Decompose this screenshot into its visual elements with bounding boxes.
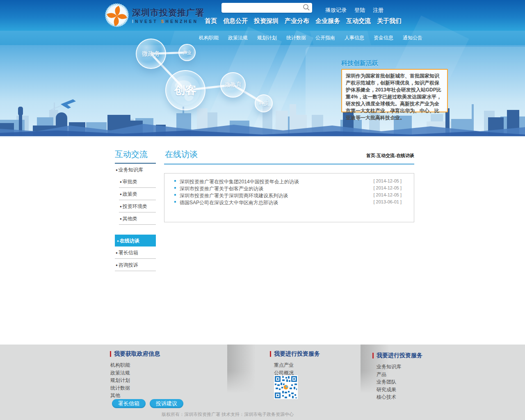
nav-about-us[interactable]: 关于我们 [377, 17, 402, 25]
bubble-label: 科技 [259, 100, 269, 107]
logo-text: 深圳市投资推广署 INVEST SHENZHEN [132, 7, 204, 24]
search-icon [303, 4, 310, 11]
article-title[interactable]: 深圳投资推广署在投中集团2014中国投资年会上的访谈 [180, 178, 299, 185]
search-button[interactable] [302, 4, 311, 12]
bubble-micro-edu: 微教育 [220, 72, 246, 98]
subtitle-part: S [161, 19, 165, 24]
sidebar-item-label: 投资环境类 [123, 203, 147, 209]
copyright-text: 版权所有：深圳市投资推广署 技术支持：深圳市电子政务资源中心 [0, 411, 455, 418]
account-links: 播放记录 登陆 注册 [325, 7, 383, 14]
bubble-tech: 科技 [255, 94, 273, 112]
register-link[interactable]: 注册 [373, 7, 383, 14]
article-title[interactable]: 深圳市投资推广署关于创客产业的访谈 [180, 185, 263, 192]
bullet-icon: ● [117, 239, 119, 243]
site-footer: 我要获取政府信息 机构职能 政策法规 规划计划 统计数据 其他 我要进行投资服务… [0, 345, 525, 420]
nav-invest-shenzhen[interactable]: 投资深圳 [254, 17, 278, 25]
play-history-link[interactable]: 播放记录 [325, 7, 347, 14]
nav-interaction[interactable]: 互动交流 [346, 17, 371, 25]
article-date: 2014-12-05 [373, 185, 402, 190]
hero-card-body: 深圳作为国家首批创新城市、首批国家知识产权示范城市，创新环境优良，知识产权保护体… [346, 73, 441, 121]
sidebar-item-policy[interactable]: ●政策类 [119, 188, 156, 200]
bullet-icon: ● [116, 251, 118, 255]
article-row[interactable]: 深圳投资推广署在投中集团2014中国投资年会上的访谈 2014-12-05 [173, 178, 406, 185]
bullet-icon: ● [120, 180, 122, 184]
footer-col-invest-services: 我要进行投资服务 重点产业 公司概况 [270, 350, 320, 377]
footer-col-title: 我要进行投资服务 [274, 350, 320, 358]
footer-col-header: 我要获取政府信息 [110, 350, 160, 358]
bullet-icon: ● [120, 205, 122, 208]
footer-col-header: 我要进行投资服务 [372, 352, 422, 359]
nav-info-disclosure[interactable]: 信息公开 [223, 17, 248, 25]
director-mailbox-button[interactable]: 署长信箱 [112, 399, 146, 408]
sidebar-item-invest-env[interactable]: ●投资环境类 [119, 200, 156, 212]
subtitle-part: NVEST [135, 19, 161, 24]
content-area: 互动交流 ●业务知识库 ●审批类 ●政策类 ●投资环境类 ●其他类 ●在线访谈 … [0, 137, 525, 345]
footer-link-products[interactable]: 产品 [377, 371, 422, 379]
sidebar-item-approval[interactable]: ●审批类 [119, 176, 156, 188]
footer-link-others[interactable]: 其他 [110, 392, 160, 399]
bubble-maker: 创客 [165, 70, 205, 110]
footer-col-gov-info: 我要获取政府信息 机构职能 政策法规 规划计划 统计数据 其他 [110, 350, 160, 399]
footer-link-knowledge-base[interactable]: 业务知识库 [377, 363, 422, 371]
hero-banner: 微政务 产业 创客 微教育 科技 科技创新活跃 深圳作为国家首批创新城市、首批国… [0, 45, 525, 137]
footer-link-policies[interactable]: 政策法规 [110, 369, 160, 377]
sidebar-item-others[interactable]: ●其他类 [119, 212, 156, 225]
site-title: 深圳市投资推广署 [132, 7, 204, 18]
bubble-micro-gov: 微政务 [136, 39, 166, 69]
footer-col-invest-services-2: 我要进行投资服务 业务知识库 产品 业务团队 研究成果 核心技术 [372, 352, 422, 401]
footer-col-header: 我要进行投资服务 [270, 350, 320, 358]
sidebar-item-knowledge-base[interactable]: ●业务知识库 [115, 164, 156, 176]
site-logo[interactable]: 深圳市投资推广署 INVEST SHENZHEN [105, 3, 204, 27]
nav-industry-distribution[interactable]: 产业分布 [285, 17, 309, 25]
site-header: 深圳市投资推广署 INVEST SHENZHEN 播放记录 登陆 注册 首页 信… [0, 0, 525, 31]
footer-link-business-team[interactable]: 业务团队 [377, 378, 422, 386]
red-bar-icon [110, 351, 111, 357]
article-row[interactable]: 深圳市投资推广署关于深圳营商环境建设系列访谈 2014-12-05 [173, 192, 406, 199]
search-input[interactable] [224, 3, 300, 13]
article-row[interactable]: 深圳市投资推广署关于创客产业的访谈 2014-12-05 [173, 185, 406, 192]
bullet-square-icon [174, 201, 176, 203]
article-title[interactable]: 深圳市投资推广署关于深圳营商环境建设系列访谈 [180, 192, 288, 199]
footer-link-plans[interactable]: 规划计划 [110, 377, 160, 384]
footer-link-key-industries[interactable]: 重点产业 [274, 361, 320, 369]
bubble-label: 创客 [174, 83, 196, 98]
bullet-square-icon [174, 180, 176, 182]
sidebar-item-online-interview[interactable]: ●在线访谈 [115, 235, 156, 247]
sidebar-item-label: 咨询投诉 [119, 262, 138, 268]
bubble-label: 产业 [183, 50, 192, 56]
red-bar-icon [372, 353, 374, 358]
bubble-industry: 产业 [178, 44, 196, 61]
sidebar-item-label: 其他类 [123, 216, 137, 221]
footer-link-research-results[interactable]: 研究成果 [377, 386, 422, 394]
nav-enterprise-services[interactable]: 企业服务 [315, 17, 340, 25]
sidebar-item-label: 业务知识库 [119, 167, 143, 173]
article-title[interactable]: 德国SAP公司在深设立大中华区南方总部访谈 [180, 199, 278, 206]
search-box [221, 3, 312, 13]
sidebar-item-label: 审批类 [123, 179, 137, 185]
bullet-square-icon [174, 187, 176, 189]
nav-home[interactable]: 首页 [205, 17, 217, 25]
main-nav: 首页 信息公开 投资深圳 产业分布 企业服务 互动交流 关于我们 [205, 17, 402, 25]
footer-buttons: 署长信箱 投诉建议 [112, 399, 183, 408]
footer-link-core-technology[interactable]: 核心技术 [377, 393, 422, 401]
qr-code [274, 375, 298, 399]
footer-link-agency-functions[interactable]: 机构职能 [110, 361, 160, 369]
sidebar-item-director-mailbox[interactable]: ●署长信箱 [115, 247, 156, 259]
complaint-suggestion-button[interactable]: 投诉建议 [150, 399, 183, 408]
login-link[interactable]: 登陆 [354, 7, 365, 14]
logo-emblem-icon [105, 3, 129, 27]
subtitle-part: HENZHEN [166, 19, 199, 24]
sidebar-item-label: 署长信箱 [119, 250, 138, 256]
footer-col-title: 我要进行投资服务 [377, 352, 422, 359]
article-row[interactable]: 德国SAP公司在深设立大中华区南方总部访谈 2013-06-01 [173, 199, 406, 206]
hero-card-title: 科技创新活跃 [341, 59, 378, 67]
sidebar: 互动交流 ●业务知识库 ●审批类 ●政策类 ●投资环境类 ●其他类 ●在线访谈 … [115, 149, 156, 271]
red-bar-icon [270, 351, 271, 357]
sidebar-item-consult-complaint[interactable]: ●咨询投诉 [115, 259, 156, 271]
article-date: 2013-06-01 [373, 199, 402, 204]
bullet-icon: ● [116, 168, 118, 172]
footer-link-statistics[interactable]: 统计数据 [110, 384, 160, 392]
bullet-icon: ● [120, 192, 122, 196]
main-column: 在线访谈 首页-互动交流-在线访谈 深圳投资推广署在投中集团2014中国投资年会… [164, 149, 414, 222]
bullet-icon: ● [120, 217, 122, 221]
